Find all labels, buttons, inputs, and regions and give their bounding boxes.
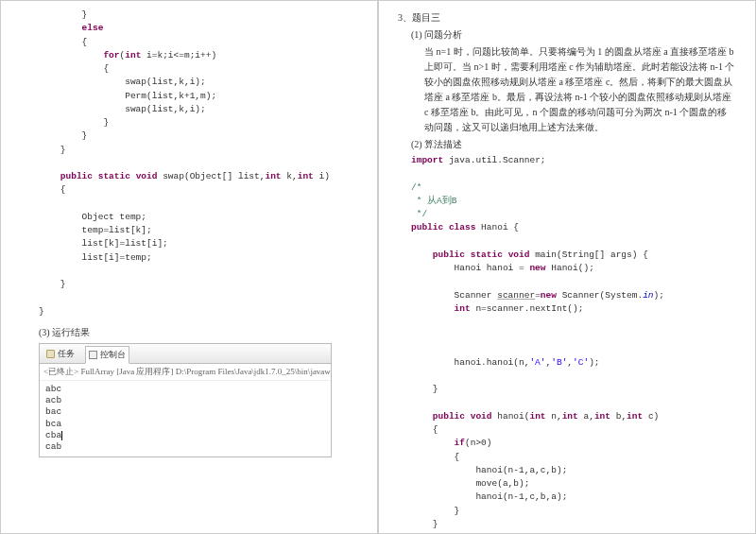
tab-console[interactable]: 控制台 bbox=[85, 346, 129, 364]
right-column: 3、题目三 (1) 问题分析 当 n=1 时，问题比较简单。只要将编号为 1 的… bbox=[378, 0, 756, 534]
left-column: } else { for(int i=k;i<=m;i++) { swap(li… bbox=[0, 0, 378, 534]
task-icon bbox=[46, 350, 55, 358]
tab-console-label: 控制台 bbox=[100, 349, 126, 361]
right-code-block: import java.util.Scanner; /* * 从A到B */ p… bbox=[398, 154, 736, 534]
console-tabs: 任务 控制台 bbox=[40, 344, 331, 364]
tab-tasks-label: 任务 bbox=[58, 348, 75, 360]
result-title: (3) 运行结果 bbox=[39, 326, 358, 339]
console-icon bbox=[89, 351, 97, 359]
left-code-block: } else { for(int i=k;i<=m;i++) { swap(li… bbox=[39, 9, 358, 319]
right-sub1: (1) 问题分析 bbox=[398, 27, 736, 43]
console-status: <已终止> FullArray [Java 应用程序] D:\Program F… bbox=[40, 364, 331, 381]
console-panel: 任务 控制台 <已终止> FullArray [Java 应用程序] D:\Pr… bbox=[39, 343, 332, 457]
right-heading: 3、题目三 bbox=[398, 10, 736, 26]
console-output: abcacbbacbcacbacab bbox=[40, 381, 331, 456]
right-para1: 当 n=1 时，问题比较简单。只要将编号为 1 的圆盘从塔座 a 直接移至塔座 … bbox=[398, 44, 736, 135]
right-sub2: (2) 算法描述 bbox=[398, 137, 736, 152]
tab-tasks[interactable]: 任务 bbox=[43, 346, 77, 363]
document-page: } else { for(int i=k;i<=m;i++) { swap(li… bbox=[0, 0, 756, 534]
